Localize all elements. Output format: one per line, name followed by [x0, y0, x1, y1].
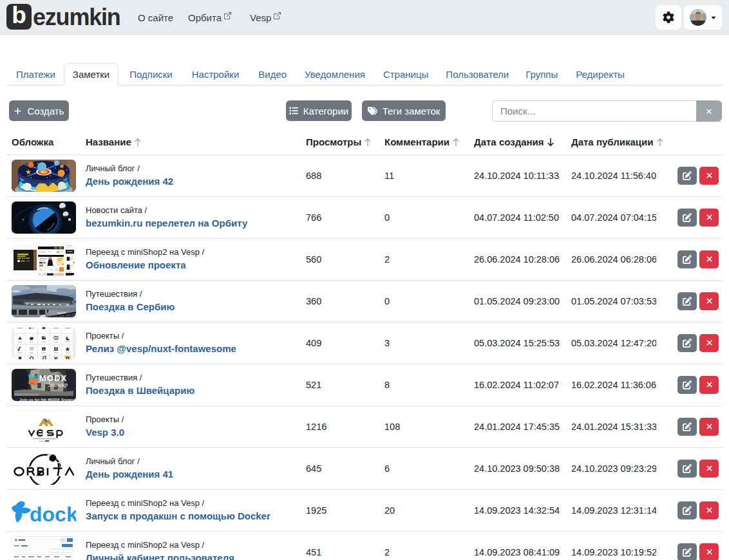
- svg-text:Join us for 5th MODX Snowup!: Join us for 5th MODX Snowup!: [19, 397, 76, 401]
- svg-text:Snowup: Snowup: [48, 381, 68, 387]
- svg-text:dock: dock: [30, 503, 76, 526]
